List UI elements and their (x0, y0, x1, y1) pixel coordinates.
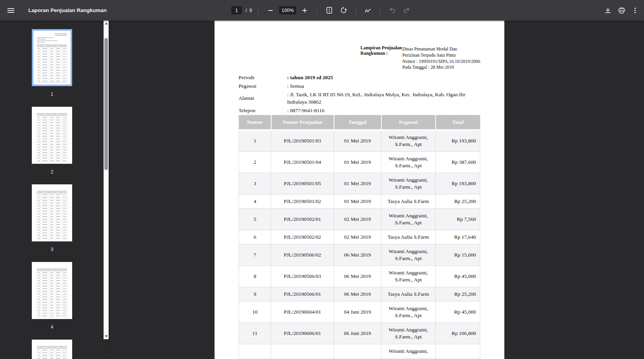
undo-button[interactable] (387, 5, 398, 16)
pdf-page: Lampiran Penjualan Rangkuman : Dinas Pen… (215, 21, 504, 359)
table-row: Wiranti Anggraini, (239, 344, 480, 359)
thumbnail-item: 4 (32, 262, 72, 330)
table-row: 5PJL/20190502/0102 Mei 2019Wiranti Anggr… (239, 209, 480, 230)
thumbnail-page-4[interactable] (32, 262, 72, 319)
cell-total: Rp 25,200 (436, 287, 480, 302)
cell-total: Rp 387,600 (436, 152, 480, 173)
table-row: 10PJL/20190604/0104 Juni 2019Wiranti Ang… (239, 302, 480, 323)
cell-nomor: 7 (239, 245, 271, 266)
cell-no_penjualan: PJL/20190501/03 (271, 130, 334, 152)
cell-tanggal: 01 Mei 2019 (334, 173, 381, 194)
table-row: 11PJL/20190606/0106 Juni 2019Wiranti Ang… (239, 323, 480, 344)
thumbnail-page-label: 1 (51, 92, 54, 97)
kebab-menu-icon (632, 7, 638, 14)
page-separator: / (246, 8, 247, 13)
thumbnail-page-5[interactable] (32, 340, 72, 359)
cell-tanggal: 06 Mei 2019 (334, 287, 381, 302)
cell-total: Rp 17,640 (436, 230, 480, 245)
cell-nomor: 10 (239, 302, 271, 323)
cell-total: Rp 106,800 (436, 323, 480, 344)
cell-nomor: 5 (239, 209, 271, 230)
report-meta: Periode: tahun 2019 sd 2025Pegawai: Semu… (239, 74, 471, 115)
meta-value: : Semua (287, 82, 473, 90)
column-header: Pegawai (381, 115, 436, 130)
thumbnail-preview (33, 108, 71, 162)
page-total: 9 (249, 8, 252, 13)
meta-label: Pegawai (239, 83, 287, 89)
scrollbar-thumb[interactable] (104, 38, 108, 170)
cell-tanggal: 01 Mei 2019 (334, 152, 381, 173)
meta-value: : tahun 2019 sd 2025 (287, 74, 473, 81)
redo-button[interactable] (401, 5, 413, 16)
toolbar-divider (356, 6, 356, 14)
meta-label: Alamat (239, 95, 287, 101)
cell-total: Rp 45,000 (436, 302, 480, 323)
page-number-input[interactable] (231, 6, 242, 14)
cell-no_penjualan: PJL/20190506/02 (271, 245, 334, 266)
document-title: Laporan Penjualan Rangkuman (28, 7, 107, 13)
download-button[interactable] (602, 5, 614, 16)
cell-nomor: 3 (239, 173, 271, 194)
cell-no_penjualan: PJL/20190502/01 (271, 209, 334, 230)
toolbar-divider (258, 6, 259, 14)
fit-to-page-button[interactable] (324, 5, 335, 16)
meta-value: : Jl. Tasik, LK II RT.05 N0.19, KeL. Ind… (287, 91, 473, 106)
cell-tanggal: 02 Mei 2019 (334, 209, 381, 230)
cell-nomor: 9 (239, 287, 271, 302)
download-icon (604, 7, 611, 14)
thumbnail-page-3[interactable] (32, 184, 72, 241)
cell-no_penjualan: PJL/20190501/04 (271, 152, 334, 173)
meta-value: : 0877-9641-8116 (287, 107, 473, 114)
undo-icon (389, 7, 396, 14)
cell-nomor: 2 (239, 152, 271, 173)
cell-no_penjualan: PJL/20190501/05 (271, 173, 334, 194)
table-row: 3PJL/20190501/0501 Mei 2019Wiranti Anggr… (239, 173, 480, 194)
thumbnail-page-label: 3 (51, 247, 54, 252)
annotate-button[interactable] (362, 5, 374, 16)
print-button[interactable] (616, 5, 627, 16)
cell-nomor: 4 (239, 194, 271, 209)
cell-tanggal: 02 Mei 2019 (334, 230, 381, 245)
more-options-button[interactable] (629, 5, 641, 16)
meta-row: Periode: tahun 2019 sd 2025 (239, 74, 471, 81)
cell-pegawai: Tasya Aulia S.Farm (381, 194, 436, 209)
minus-icon (268, 7, 274, 14)
cell-pegawai: Wiranti Anggraini, S.Farm., Apt (381, 323, 436, 344)
table-row: 1PJL/20190501/0301 Mei 2019Wiranti Anggr… (239, 130, 480, 152)
thumbnail-page-1[interactable] (32, 29, 72, 86)
table-header-row: NomorNomor PenjualanTanggalPegawaiTotal (239, 115, 480, 130)
rotate-button[interactable] (338, 5, 350, 16)
cell-total: Rp 45,000 (436, 266, 480, 287)
cell-nomor (239, 344, 271, 359)
thumbnail-panel: 1234 (0, 21, 110, 359)
menu-icon[interactable] (7, 4, 20, 17)
cell-no_penjualan: PJL/20190604/01 (271, 302, 334, 323)
issuer-line: Dinas Penanaman Modal Dan (402, 46, 480, 52)
scroll-down-icon[interactable] (104, 334, 109, 339)
cell-nomor: 1 (239, 130, 271, 152)
zoom-out-button[interactable] (265, 5, 277, 16)
cell-tanggal: 01 Mei 2019 (334, 194, 381, 209)
meta-row: Pegawai: Semua (239, 82, 471, 90)
thumbnail-preview (33, 31, 71, 85)
scroll-up-icon[interactable] (104, 21, 109, 26)
thumbnail-page-label: 2 (51, 169, 54, 175)
redo-icon (403, 7, 410, 14)
cell-pegawai: Wiranti Anggraini, (381, 344, 436, 359)
thumbnail-page-2[interactable] (32, 107, 72, 164)
table-row: 4PJL/20190501/0201 Mei 2019Tasya Aulia S… (239, 194, 480, 209)
cell-no_penjualan: PJL/20190502/02 (271, 230, 334, 245)
zoom-in-button[interactable] (299, 5, 311, 16)
thumbnail-preview (33, 341, 71, 359)
toolbar-divider (317, 6, 317, 14)
table-row: 9PJL/20190506/0106 Mei 2019Tasya Aulia S… (239, 287, 480, 302)
sidebar-scrollbar[interactable] (104, 21, 109, 339)
meta-row: Alamat: Jl. Tasik, LK II RT.05 N0.19, Ke… (239, 91, 471, 106)
thumbnail-item (32, 340, 72, 359)
column-header: Tanggal (334, 115, 381, 130)
cell-tanggal (334, 344, 381, 359)
issuer-line: Pada Tanggal : 28 Mei 2019 (402, 64, 480, 71)
pdf-viewport[interactable]: Lampiran Penjualan Rangkuman : Dinas Pen… (110, 21, 644, 359)
cell-pegawai: Wiranti Anggraini, S.Farm., Apt (381, 173, 436, 194)
meta-label: Telepon (239, 108, 287, 114)
